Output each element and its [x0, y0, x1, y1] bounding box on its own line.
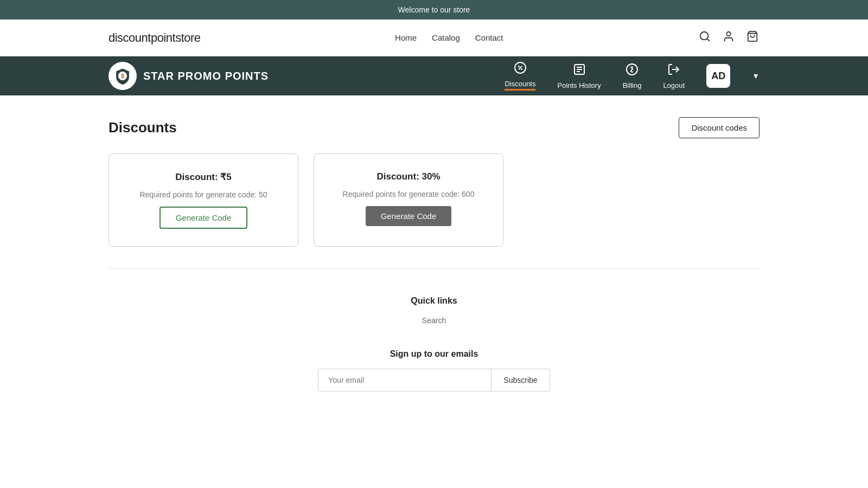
generate-code-button-1[interactable]: Generate Code — [159, 207, 248, 229]
footer: Quick links Search Sign up to our emails… — [0, 269, 868, 419]
footer-quick-links: Search — [108, 316, 760, 325]
quick-links-title: Quick links — [108, 296, 760, 306]
discount-cards: Discount: ₹5 Required points for generat… — [108, 153, 760, 247]
promo-nav: Discounts Points History Billing — [505, 61, 760, 91]
promo-bar: $ STAR PROMO POINTS Discounts — [0, 56, 868, 95]
svg-point-2 — [726, 32, 730, 36]
signup-title: Sign up to our emails — [108, 349, 760, 359]
promo-nav-discounts[interactable]: Discounts — [505, 61, 535, 91]
main-content: Discounts Discount codes Discount: ₹5 Re… — [0, 95, 868, 268]
billing-icon — [626, 63, 639, 79]
promo-title: STAR PROMO POINTS — [143, 70, 269, 82]
promo-nav-logout[interactable]: Logout — [663, 63, 685, 89]
email-signup-row: Subscribe — [108, 369, 760, 391]
nav-contact[interactable]: Contact — [475, 33, 503, 42]
discount-codes-button[interactable]: Discount codes — [679, 117, 760, 138]
cart-icon[interactable] — [745, 29, 760, 46]
site-header: discountpointstore Home Catalog Contact — [0, 20, 868, 56]
chevron-down-icon[interactable]: ▼ — [752, 72, 760, 80]
promo-nav-discounts-label: Discounts — [505, 80, 535, 88]
header-icons — [698, 29, 760, 46]
svg-point-8 — [521, 69, 522, 69]
discount-card-2-desc: Required points for generate code: 600 — [343, 190, 475, 198]
discount-card-2: Discount: 30% Required points for genera… — [314, 153, 503, 247]
discount-card-2-title: Discount: 30% — [376, 171, 440, 182]
nav-catalog[interactable]: Catalog — [432, 33, 460, 42]
discounts-icon — [514, 61, 527, 78]
promo-nav-billing[interactable]: Billing — [623, 63, 642, 89]
email-input[interactable] — [318, 369, 492, 391]
search-icon[interactable] — [698, 29, 712, 46]
user-icon[interactable] — [722, 29, 736, 46]
promo-logo: $ STAR PROMO POINTS — [108, 62, 269, 90]
site-nav: Home Catalog Contact — [395, 33, 503, 42]
footer-search-link[interactable]: Search — [422, 316, 446, 325]
promo-nav-billing-label: Billing — [623, 81, 642, 89]
svg-point-7 — [519, 66, 519, 67]
promo-nav-logout-label: Logout — [663, 81, 685, 89]
promo-logo-icon: $ — [108, 62, 137, 90]
discounts-title: Discounts — [108, 119, 177, 136]
generate-code-button-2[interactable]: Generate Code — [366, 206, 452, 226]
discount-card-1: Discount: ₹5 Required points for generat… — [108, 153, 298, 247]
discount-card-1-desc: Required points for generate code: 50 — [139, 190, 267, 199]
discount-card-1-title: Discount: ₹5 — [175, 171, 232, 183]
subscribe-button[interactable]: Subscribe — [492, 369, 550, 391]
logout-icon — [667, 63, 680, 79]
nav-home[interactable]: Home — [395, 33, 417, 42]
points-history-icon — [573, 63, 586, 79]
brand-name: discountpointstore — [108, 31, 201, 45]
svg-line-1 — [707, 38, 709, 41]
promo-nav-points-label: Points History — [557, 81, 601, 89]
user-avatar[interactable]: AD — [706, 64, 730, 88]
announcement-text: Welcome to our store — [398, 5, 470, 14]
discounts-header: Discounts Discount codes — [108, 117, 760, 138]
promo-nav-points-history[interactable]: Points History — [557, 63, 601, 89]
svg-text:$: $ — [121, 73, 124, 79]
announcement-bar: Welcome to our store — [0, 0, 868, 20]
